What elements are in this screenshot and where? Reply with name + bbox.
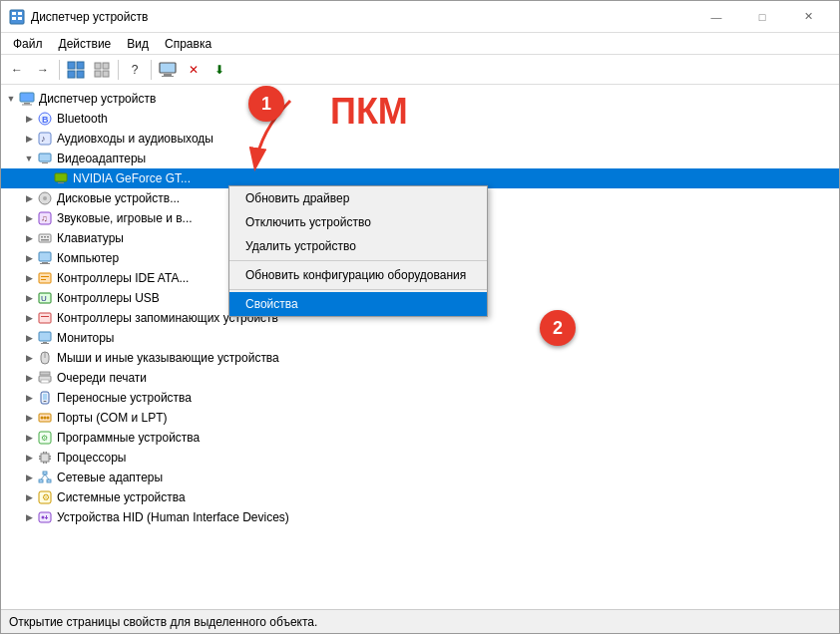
svg-rect-51 xyxy=(40,372,50,375)
annotation-pkm: ПКМ xyxy=(330,91,408,133)
main-window: Диспетчер устройств — □ ✕ Файл Действие … xyxy=(0,0,840,634)
svg-rect-67 xyxy=(49,459,51,461)
expand-nvidia xyxy=(37,170,53,186)
update-button[interactable]: ⬇ xyxy=(208,59,231,81)
portable-icon xyxy=(37,390,53,406)
tree-item-system[interactable]: ▶ ⚙ Системные устройства xyxy=(1,487,839,507)
ctx-update-driver[interactable]: Обновить драйвер xyxy=(229,186,487,210)
tree-item-bluetooth[interactable]: ▶ B Bluetooth xyxy=(1,109,839,129)
svg-rect-71 xyxy=(46,462,48,464)
maximize-button[interactable]: □ xyxy=(739,1,785,33)
svg-rect-53 xyxy=(41,380,49,383)
expand-keyboard[interactable]: ▶ xyxy=(21,230,37,246)
expand-portable[interactable]: ▶ xyxy=(21,390,37,406)
svg-rect-70 xyxy=(43,462,45,464)
expand-audio[interactable]: ▶ xyxy=(21,131,37,147)
ctx-properties[interactable]: Свойства xyxy=(229,292,487,316)
remove-button[interactable]: ✕ xyxy=(182,59,206,81)
expand-network[interactable]: ▶ xyxy=(21,470,37,485)
usb-icon: U xyxy=(37,290,53,306)
bluetooth-icon: B xyxy=(37,111,53,127)
cpu-label: Процессоры xyxy=(57,451,127,465)
device-tree[interactable]: ▼ Диспетчер устройств ▶ B xyxy=(1,85,839,609)
expand-computer[interactable]: ▶ xyxy=(21,250,37,266)
expand-hid[interactable]: ▶ xyxy=(21,509,37,525)
svg-rect-38 xyxy=(40,263,50,264)
menu-action[interactable]: Действие xyxy=(51,35,120,53)
expand-usb[interactable]: ▶ xyxy=(21,290,37,306)
tree-item-ports[interactable]: ▶ Порты (COM и LPT) xyxy=(1,408,839,428)
collapse-button[interactable] xyxy=(90,59,114,81)
tree-item-print[interactable]: ▶ Очереди печати xyxy=(1,368,839,388)
ctx-disable-device[interactable]: Отключить устройство xyxy=(229,210,487,234)
svg-rect-37 xyxy=(42,262,48,263)
svg-rect-3 xyxy=(12,17,16,20)
storage-icon xyxy=(37,310,53,326)
svg-rect-69 xyxy=(46,452,48,454)
tree-item-video[interactable]: ▼ Видеоадаптеры xyxy=(1,149,839,168)
svg-rect-68 xyxy=(43,452,45,454)
svg-text:⚙: ⚙ xyxy=(42,492,50,502)
expand-monitors[interactable]: ▶ xyxy=(21,330,37,346)
status-bar: Открытие страницы свойств для выделенног… xyxy=(1,609,839,633)
expand-video[interactable]: ▼ xyxy=(21,151,37,166)
expand-root[interactable]: ▼ xyxy=(3,91,19,107)
menu-file[interactable]: Файл xyxy=(5,35,51,53)
help-button[interactable]: ? xyxy=(123,59,147,81)
minimize-button[interactable]: — xyxy=(693,1,739,33)
expand-ports[interactable]: ▶ xyxy=(21,410,37,426)
toolbar-separator-3 xyxy=(151,60,152,80)
forward-button[interactable]: → xyxy=(31,59,55,81)
expand-system[interactable]: ▶ xyxy=(21,489,37,505)
tree-item-hid[interactable]: ▶ Устройства HID (Human Interface Device… xyxy=(1,507,839,527)
expand-print[interactable]: ▶ xyxy=(21,370,37,386)
svg-text:B: B xyxy=(42,115,49,125)
expand-software[interactable]: ▶ xyxy=(21,430,37,446)
window-title: Диспетчер устройств xyxy=(31,10,693,24)
expand-mouse[interactable]: ▶ xyxy=(21,350,37,366)
tree-item-software[interactable]: ▶ ⚙ Программные устройства xyxy=(1,428,839,448)
svg-rect-6 xyxy=(77,62,84,69)
usb-label: Контроллеры USB xyxy=(57,291,160,305)
nvidia-icon xyxy=(53,170,69,186)
tree-item-network[interactable]: ▶ Сетевые адаптеры xyxy=(1,468,839,487)
ide-label: Контроллеры IDE ATA... xyxy=(57,271,189,285)
expand-disk[interactable]: ▶ xyxy=(21,190,37,206)
nvidia-label: NVIDIA GeForce GT... xyxy=(73,171,191,185)
video-icon xyxy=(37,151,53,166)
tree-item-root[interactable]: ▼ Диспетчер устройств xyxy=(1,89,839,109)
expand-storage[interactable]: ▶ xyxy=(21,310,37,326)
tree-item-monitors[interactable]: ▶ Мониторы xyxy=(1,328,839,348)
expand-cpu[interactable]: ▶ xyxy=(21,450,37,466)
back-button[interactable]: ← xyxy=(5,59,29,81)
tree-item-audio[interactable]: ▶ ♪ Аудиовходы и аудиовыходы xyxy=(1,129,839,149)
tree-item-mouse[interactable]: ▶ Мыши и иные указывающие устройства xyxy=(1,348,839,368)
monitor-icon xyxy=(37,330,53,346)
tree-item-portable[interactable]: ▶ Переносные устройства xyxy=(1,388,839,408)
svg-rect-32 xyxy=(41,236,43,238)
svg-rect-15 xyxy=(162,76,174,77)
audio-icon: ♪ xyxy=(37,131,53,147)
computer-button[interactable] xyxy=(156,59,180,81)
hid-icon xyxy=(37,509,53,525)
ctx-update-hardware[interactable]: Обновить конфигурацию оборудования xyxy=(229,263,487,287)
svg-rect-74 xyxy=(47,479,51,482)
svg-rect-7 xyxy=(68,71,75,78)
svg-rect-17 xyxy=(24,103,30,105)
ctx-remove-device[interactable]: Удалить устройство xyxy=(229,234,487,258)
svg-point-58 xyxy=(41,417,44,420)
mouse-label: Мыши и иные указывающие устройства xyxy=(57,351,279,365)
svg-text:⚙: ⚙ xyxy=(41,434,48,443)
audio-label: Аудиовходы и аудиовыходы xyxy=(57,132,213,146)
properties-button[interactable] xyxy=(64,59,88,81)
menu-view[interactable]: Вид xyxy=(119,35,157,53)
expand-sound[interactable]: ▶ xyxy=(21,210,37,226)
svg-rect-34 xyxy=(47,236,49,238)
expand-bluetooth[interactable]: ▶ xyxy=(21,111,37,127)
menu-help[interactable]: Справка xyxy=(157,35,219,53)
svg-rect-11 xyxy=(95,71,101,77)
expand-ide[interactable]: ▶ xyxy=(21,270,37,286)
tree-item-cpu[interactable]: ▶ Процессоры xyxy=(1,448,839,468)
svg-rect-73 xyxy=(39,479,43,482)
close-button[interactable]: ✕ xyxy=(785,1,831,33)
